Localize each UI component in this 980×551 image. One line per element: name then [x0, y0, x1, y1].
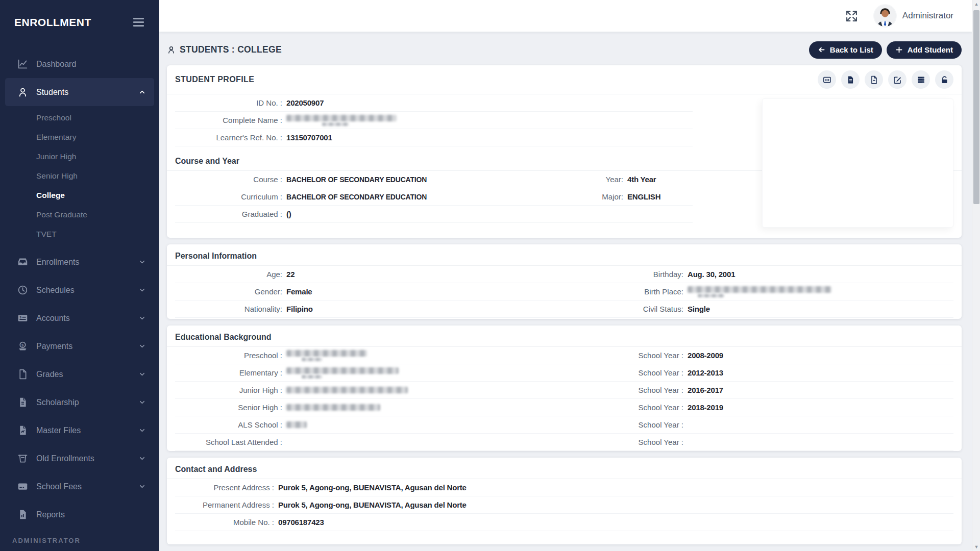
- user-menu[interactable]: Administrator: [874, 5, 953, 27]
- field-value: 2012-2013: [688, 368, 953, 377]
- field-value: 202050907: [286, 98, 693, 107]
- sidebar-item-scholarship[interactable]: Scholarship: [0, 388, 159, 416]
- field-value: 2016-2017: [688, 386, 953, 394]
- field-row-als-school: ALS School : School Year :: [175, 416, 953, 434]
- section-title-education: Educational Background: [167, 325, 962, 347]
- field-label: Birth Place:: [576, 287, 683, 296]
- field-label: Mobile No. :: [175, 518, 274, 527]
- sidebar-item-accounts[interactable]: $ Accounts: [0, 304, 159, 332]
- field-value: BACHELOR OF SECONDARY EDUCATION: [286, 176, 517, 184]
- sidebar-item-enrollments[interactable]: Enrollments: [0, 248, 159, 276]
- sidebar-item-school-fees[interactable]: School Fees: [0, 472, 159, 500]
- redacted-value: [286, 115, 693, 126]
- hamburger-menu-icon[interactable]: [131, 16, 146, 29]
- field-row-junior-high: Junior High : School Year : 2016-2017: [175, 382, 953, 399]
- student-photo-placeholder: [762, 98, 953, 228]
- field-value: (): [286, 210, 517, 218]
- student-profile-card: STUDENT PROFILE ID No. : 202050907 Compl…: [167, 65, 962, 238]
- field-label: Preschool :: [175, 351, 282, 360]
- money-check-icon: $: [17, 313, 29, 324]
- field-label: School Year :: [576, 351, 683, 360]
- field-value: Filipino: [286, 305, 572, 313]
- sidebar-subitem-post-graduate[interactable]: Post Graduate: [0, 205, 159, 224]
- sidebar-item-payments[interactable]: $ Payments: [0, 332, 159, 360]
- field-label: School Year :: [576, 368, 683, 377]
- app-brand: ENROLLMENT: [14, 16, 91, 29]
- page-scrollbar: ▲ ▼: [972, 0, 980, 551]
- field-label: Junior High :: [175, 386, 282, 394]
- chevron-down-icon: [138, 370, 146, 378]
- edit-button[interactable]: [888, 70, 906, 89]
- field-label: Major:: [521, 192, 623, 201]
- file-solid-button[interactable]: [841, 70, 860, 89]
- file-chart-icon: [17, 425, 29, 436]
- field-row-id: ID No. : 202050907: [175, 94, 693, 112]
- field-value: Female: [286, 287, 572, 296]
- sidebar-item-label: Reports: [36, 510, 65, 519]
- scrollbar-up-arrow[interactable]: ▲: [972, 0, 980, 8]
- field-row-gender-birthplace: Gender: Female Birth Place:: [175, 283, 953, 300]
- field-label: School Year :: [576, 438, 683, 446]
- id-card-icon: [823, 76, 831, 84]
- sidebar-item-label: Enrollments: [36, 258, 79, 267]
- fullscreen-icon[interactable]: [845, 10, 858, 22]
- field-row-course: Course : BACHELOR OF SECONDARY EDUCATION…: [175, 171, 693, 188]
- card-title: STUDENT PROFILE: [175, 75, 254, 84]
- field-label: Gender:: [175, 287, 282, 296]
- field-value: Aug. 30, 2001: [688, 270, 953, 279]
- field-label: Age:: [175, 270, 282, 279]
- sidebar-subitem-elementary[interactable]: Elementary: [0, 128, 159, 147]
- sidebar-item-schedules[interactable]: Schedules: [0, 276, 159, 304]
- sidebar-item-master-files[interactable]: Master Files: [0, 416, 159, 444]
- field-value: Purok 5, Agong-ong, BUENAVISTA, Agusan d…: [278, 500, 953, 509]
- sidebar-item-reports[interactable]: Reports: [0, 500, 159, 529]
- back-to-list-button[interactable]: Back to List: [809, 41, 882, 59]
- field-value: 22: [286, 270, 572, 279]
- field-row-senior-high: Senior High : School Year : 2018-2019: [175, 399, 953, 416]
- chevron-down-icon: [138, 314, 146, 322]
- field-label: School Year :: [576, 420, 683, 429]
- sidebar-section-administrator: ADMINISTRATOR: [0, 537, 159, 544]
- sidebar: ENROLLMENT Dashboard Students Preschool …: [0, 0, 159, 551]
- field-label: School Year :: [576, 403, 683, 412]
- plus-icon: [895, 46, 903, 54]
- field-value: 4th Year: [627, 175, 693, 184]
- user-icon: [167, 45, 176, 54]
- field-label: Year:: [521, 175, 623, 184]
- file-bars-icon: [17, 509, 29, 520]
- field-label: Course :: [175, 175, 282, 184]
- file-outline-icon: [870, 76, 878, 84]
- scrollbar-thumb[interactable]: [973, 10, 979, 204]
- id-card-button[interactable]: [818, 70, 836, 89]
- chart-line-icon: [17, 59, 29, 70]
- sidebar-subitem-tvet[interactable]: TVET: [0, 224, 159, 244]
- field-label: Permanent Address :: [175, 500, 274, 509]
- unlock-button[interactable]: [935, 70, 953, 89]
- sidebar-subitem-senior-high[interactable]: Senior High: [0, 166, 159, 186]
- students-submenu: Preschool Elementary Junior High Senior …: [0, 106, 159, 248]
- sidebar-item-students[interactable]: Students: [5, 78, 154, 106]
- field-row-complete-name: Complete Name :: [175, 112, 693, 129]
- sidebar-subitem-college[interactable]: College: [0, 186, 159, 205]
- sidebar-subitem-junior-high[interactable]: Junior High: [0, 147, 159, 166]
- field-row-elementary: Elementary : School Year : 2012-2013: [175, 364, 953, 382]
- add-student-button[interactable]: Add Student: [887, 41, 962, 59]
- field-label: ID No. :: [175, 98, 282, 107]
- content: STUDENTS : COLLEGE Back to List Add Stud…: [159, 32, 972, 551]
- server-button[interactable]: [912, 70, 930, 89]
- field-row-present-address: Present Address : Purok 5, Agong-ong, BU…: [175, 479, 953, 496]
- clock-icon: [17, 285, 29, 296]
- section-title-contact: Contact and Address: [167, 458, 962, 479]
- sidebar-subitem-preschool[interactable]: Preschool: [0, 108, 159, 128]
- page-actions: Back to List Add Student: [809, 41, 962, 59]
- field-label: ALS School :: [175, 420, 282, 429]
- field-row-permanent-address: Permanent Address : Purok 5, Agong-ong, …: [175, 496, 953, 514]
- credit-card-icon: [17, 481, 29, 492]
- sidebar-item-grades[interactable]: Grades: [0, 360, 159, 388]
- sidebar-item-old-enrollments[interactable]: Old Enrollments: [0, 444, 159, 472]
- sidebar-item-dashboard[interactable]: Dashboard: [0, 50, 159, 78]
- field-row-school-last-attended: School Last Attended : School Year :: [175, 434, 953, 451]
- scrollbar-down-arrow[interactable]: ▼: [972, 543, 980, 551]
- file-outline-button[interactable]: [865, 70, 883, 89]
- file-icon: [17, 369, 29, 380]
